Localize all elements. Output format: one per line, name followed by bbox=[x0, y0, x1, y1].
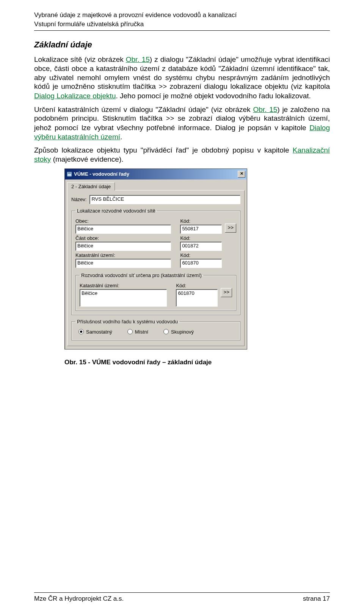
p2-t1: Určení katastrálních území v dialogu "Zá… bbox=[34, 105, 253, 113]
cast-obce-input[interactable]: Bělčice bbox=[75, 242, 171, 251]
paragraph-3: Způsob lokalizace objektu typu "přiváděc… bbox=[34, 146, 330, 164]
section-title: Základní údaje bbox=[34, 40, 330, 50]
radio-skupinovy-label: Skupinový bbox=[171, 329, 194, 335]
page-footer: Mze ČR a Hydroprojekt CZ a.s. strana 17 bbox=[34, 589, 330, 603]
obec-input[interactable]: Bělčice bbox=[75, 225, 171, 234]
group-urcena-pro-legend: Rozvodná vodovodní síť určena pro (katas… bbox=[80, 272, 203, 278]
paragraph-2: Určení katastrálních území v dialogu "Zá… bbox=[34, 105, 330, 142]
radio-icon bbox=[78, 329, 84, 334]
name-input[interactable]: RVS BĚLČICE bbox=[89, 195, 240, 204]
obec-kod-label: Kód: bbox=[180, 218, 222, 224]
lokalizace-more-button[interactable]: >> bbox=[225, 224, 236, 233]
radio-skupinovy[interactable]: Skupinový bbox=[163, 329, 194, 335]
footer-right: strana 17 bbox=[303, 595, 330, 603]
radio-mistni[interactable]: Místní bbox=[127, 329, 148, 335]
dialog-window: VÚME - vodovodní řady ✕ 2 - Základní úda… bbox=[64, 168, 247, 350]
p1-t1: Lokalizace sítě (viz obrázek bbox=[34, 55, 126, 63]
dialog-title: VÚME - vodovodní řady bbox=[74, 171, 238, 177]
cast-kod-label: Kód: bbox=[180, 235, 222, 241]
paragraph-1: Lokalizace sítě (viz obrázek Obr. 15) z … bbox=[34, 55, 330, 101]
p3-t1: Způsob lokalizace objektu typu "přiváděc… bbox=[34, 146, 293, 154]
obec-label: Obec: bbox=[75, 218, 171, 224]
header-divider bbox=[34, 30, 330, 31]
dialog-titlebar[interactable]: VÚME - vodovodní řady ✕ bbox=[65, 169, 247, 179]
dest-kod-label: Kód: bbox=[176, 283, 218, 288]
btn-label-inline-1: >> bbox=[158, 83, 167, 91]
figure-caption: Obr. 15 - VÚME vodovodní řady – základní… bbox=[64, 359, 330, 366]
group-lokalizace: Lokalizace rozvodné vodovodní sítě Obec:… bbox=[71, 208, 240, 315]
dest-ku-label: Katastrální území: bbox=[80, 283, 167, 288]
group-prislusnost: Příslušnost vodního řadu k systému vodov… bbox=[71, 319, 240, 340]
radio-samostatny-label: Samostatný bbox=[86, 329, 112, 335]
radio-icon bbox=[127, 329, 133, 334]
footer-left: Mze ČR a Hydroprojekt CZ a.s. bbox=[34, 595, 124, 603]
group-lokalizace-legend: Lokalizace rozvodné vodovodní sítě bbox=[75, 208, 157, 214]
dest-ku-listbox[interactable]: Bělčice bbox=[80, 289, 167, 307]
cast-kod-input[interactable]: 001872 bbox=[180, 242, 222, 251]
radio-icon bbox=[163, 329, 169, 334]
name-label: Název: bbox=[71, 197, 86, 202]
app-icon bbox=[66, 171, 72, 177]
radio-samostatny[interactable]: Samostatný bbox=[78, 329, 112, 335]
tab-zakladni-udaje[interactable]: 2 - Základní údaje bbox=[67, 182, 115, 190]
link-dialog-lokalizace[interactable]: Dialog Lokalizace objektu bbox=[34, 92, 116, 100]
obec-kod-input[interactable]: 550817 bbox=[180, 225, 222, 234]
radio-mistni-label: Místní bbox=[135, 329, 148, 335]
dest-more-button[interactable]: >> bbox=[221, 288, 232, 297]
dest-kod-listbox[interactable]: 601870 bbox=[176, 289, 218, 307]
group-urcena-pro: Rozvodná vodovodní síť určena pro (katas… bbox=[75, 272, 236, 311]
tab-bar: 2 - Základní údaje bbox=[65, 179, 247, 190]
ku-label: Katastrální území: bbox=[75, 252, 171, 258]
doc-header-title: Vybrané údaje z majetkové a provozní evi… bbox=[34, 11, 330, 19]
cast-obce-label: Část obce: bbox=[75, 235, 171, 241]
footer-divider bbox=[34, 592, 330, 593]
tab-panel: Název: RVS BĚLČICE Lokalizace rozvodné v… bbox=[67, 190, 245, 346]
btn-label-inline-2: >> bbox=[166, 115, 174, 123]
link-obr15-b[interactable]: Obr. 15 bbox=[253, 105, 277, 113]
group-prislusnost-legend: Příslušnost vodního řadu k systému vodov… bbox=[75, 319, 179, 324]
ku-input[interactable]: Bělčice bbox=[75, 259, 171, 268]
ku-kod-input[interactable]: 601870 bbox=[180, 259, 222, 268]
close-button[interactable]: ✕ bbox=[238, 171, 245, 178]
p1-t4: . Jeho pomocí je možné objekt vodovodníh… bbox=[116, 92, 311, 100]
link-obr15-a[interactable]: Obr. 15 bbox=[126, 55, 150, 63]
svg-rect-0 bbox=[67, 172, 72, 176]
svg-rect-1 bbox=[68, 173, 71, 173]
p3-t2: (majetkové evidence). bbox=[51, 155, 123, 163]
p2-t4: . bbox=[120, 133, 122, 141]
p1-t3: zobrazení dialogu lokalizace objektu (vi… bbox=[167, 82, 330, 90]
doc-header-subtitle: Vstupní formuláře uživatelská příručka bbox=[34, 20, 330, 28]
ku-kod-label: Kód: bbox=[180, 252, 222, 258]
